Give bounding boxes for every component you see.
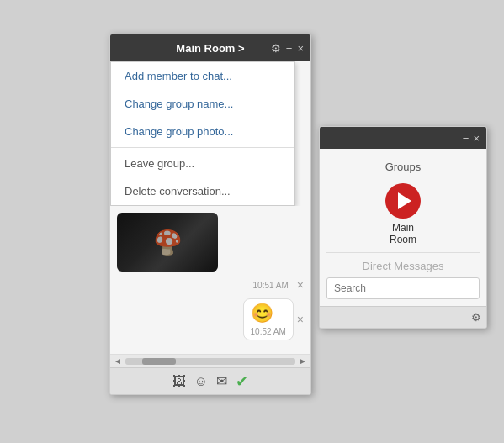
groups-content: Groups MainRoom Direct Messages <box>320 149 486 306</box>
search-input[interactable] <box>326 277 480 299</box>
context-menu: Add member to chat... Change group name.… <box>110 61 295 206</box>
scroll-track[interactable] <box>125 358 295 365</box>
groups-minus-icon[interactable]: − <box>463 133 470 144</box>
direct-messages-title: Direct Messages <box>326 252 480 277</box>
group-item-main-room[interactable]: MainRoom <box>326 180 480 249</box>
change-group-name-menu-item[interactable]: Change group name... <box>111 90 294 118</box>
emoji-time: 10:52 AM <box>251 327 286 336</box>
emoji-content: 😊 <box>251 303 273 324</box>
message-icon[interactable]: ✉ <box>216 373 227 389</box>
delete-emoji-button[interactable]: × <box>297 313 304 326</box>
change-group-photo-menu-item[interactable]: Change group photo... <box>111 118 294 145</box>
groups-panel: − × Groups MainRoom Direct Messages ⚙ <box>319 126 487 329</box>
groups-section-title: Groups <box>326 156 480 180</box>
groups-close-icon[interactable]: × <box>473 133 480 144</box>
image-content: 🍄 <box>117 213 218 272</box>
leave-group-menu-item[interactable]: Leave group... <box>111 150 294 177</box>
scroll-right-arrow[interactable]: ► <box>299 356 307 366</box>
message-time: 10:51 AM <box>253 281 289 290</box>
titlebar-icons: ⚙ − × <box>271 43 304 54</box>
delete-conversation-menu-item[interactable]: Delete conversation... <box>111 177 294 205</box>
chat-titlebar: Main Room > ⚙ − × <box>110 34 310 61</box>
image-attach-icon[interactable]: 🖼 <box>172 374 186 389</box>
emoji-bubble: 😊 10:52 AM <box>243 298 294 340</box>
scroll-thumb[interactable] <box>142 358 176 365</box>
groups-gear-icon[interactable]: ⚙ <box>471 311 481 324</box>
message-row: 🍄 <box>117 213 304 272</box>
chat-toolbar: 🖼 ☺ ✉ ✔ <box>110 367 310 394</box>
chat-window: Main Room > ⚙ − × Add member to chat... … <box>109 34 311 395</box>
group-name-label: MainRoom <box>390 222 416 245</box>
play-icon <box>398 192 411 209</box>
message-row-emoji: 😊 10:52 AM × <box>117 298 304 340</box>
delete-message-button[interactable]: × <box>297 278 304 292</box>
groups-titlebar: − × <box>320 127 486 149</box>
chat-scrollbar[interactable]: ◄ ► <box>110 354 310 367</box>
menu-divider <box>111 147 294 148</box>
close-icon[interactable]: × <box>297 43 304 54</box>
emoji-icon[interactable]: ☺ <box>194 374 208 389</box>
scroll-left-arrow[interactable]: ◄ <box>114 356 122 366</box>
add-member-menu-item[interactable]: Add member to chat... <box>111 62 294 90</box>
image-figure-icon: 🍄 <box>153 229 183 256</box>
chat-messages: 🍄 10:51 AM × 😊 10:52 AM × <box>110 206 310 354</box>
minimize-icon[interactable]: − <box>286 43 293 54</box>
groups-bottom-toolbar: ⚙ <box>320 306 486 328</box>
gear-icon[interactable]: ⚙ <box>271 43 281 54</box>
image-bubble: 🍄 <box>117 213 218 272</box>
group-avatar <box>385 183 421 219</box>
send-button[interactable]: ✔ <box>236 372 248 391</box>
